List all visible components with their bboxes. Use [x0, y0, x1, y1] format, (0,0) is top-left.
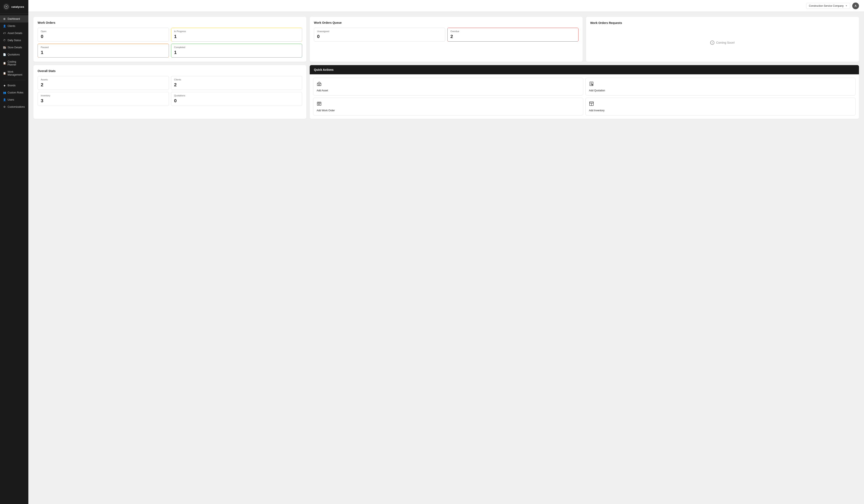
logo-icon	[3, 3, 10, 10]
logo-area[interactable]: catalyces	[0, 0, 28, 14]
wo-in-progress-value: 1	[174, 34, 299, 39]
queue-overdue-label: Overdue	[451, 30, 576, 33]
custom-roles-icon: 👥	[3, 91, 6, 94]
coming-soon: i Coming Soon!	[710, 40, 735, 45]
sidebar-item-custom-roles[interactable]: 👥 Custom Roles	[0, 89, 28, 96]
stat-inventory-value: 3	[41, 98, 166, 103]
add-quotation-label: Add Quotation	[589, 89, 605, 92]
info-icon: i	[710, 40, 715, 45]
costing-icon: 📋	[3, 62, 6, 65]
stat-clients-label: Clients	[174, 78, 299, 81]
add-work-order-button[interactable]: Add Work Order	[313, 98, 583, 115]
sidebar-item-dashboard[interactable]: ⊞ Dashboard	[0, 15, 28, 23]
queue-overdue-value: 2	[451, 34, 576, 39]
add-quotation-button[interactable]: Add Quotation	[585, 78, 855, 96]
add-work-order-icon	[317, 101, 322, 107]
sidebar-label-daily-status: Daily Status	[8, 39, 21, 42]
requests-title: Work Orders Requests	[590, 21, 855, 25]
stat-quotations-value: 0	[174, 98, 299, 103]
stat-box-assets[interactable]: Assets 2	[38, 76, 169, 90]
sidebar-label-work-mgmt: Work Management	[8, 70, 25, 76]
svg-rect-15	[590, 102, 593, 103]
sidebar-label-brands: Brands	[8, 84, 15, 87]
quick-actions-header: Quick Actions	[310, 65, 859, 74]
sidebar-label-customizations: Customizations	[8, 106, 25, 108]
sidebar-label-store: Store Details	[8, 46, 22, 49]
company-selector[interactable]: Construction Service Company ▼	[806, 3, 850, 9]
stat-box-inventory[interactable]: Inventory 3	[38, 92, 169, 106]
users-icon: 👤	[3, 98, 6, 101]
sidebar-item-customizations[interactable]: ⚙ Customizations	[0, 103, 28, 110]
daily-status-icon: ⏱	[3, 39, 6, 42]
clients-icon: 👤	[3, 25, 6, 27]
stat-clients-value: 2	[174, 82, 299, 88]
wo-box-in-progress[interactable]: In Progress 1	[171, 28, 302, 41]
add-quotation-icon	[589, 81, 594, 87]
sidebar-item-quotations[interactable]: 📄 Quotations	[0, 51, 28, 58]
sidebar-item-work-management[interactable]: 📋 Work Management	[0, 68, 28, 78]
sidebar-nav: ⊞ Dashboard 👤 Clients 🏷 Asset Details ⏱ …	[0, 14, 28, 504]
sidebar-item-asset-details[interactable]: 🏷 Asset Details	[0, 29, 28, 37]
svg-rect-7	[592, 84, 593, 85]
sidebar-item-daily-status[interactable]: ⏱ Daily Status	[0, 37, 28, 44]
stat-assets-value: 2	[41, 82, 166, 88]
stat-box-quotations[interactable]: Quotations 0	[171, 92, 302, 106]
wo-box-open[interactable]: Open 0	[38, 28, 169, 41]
logo-text: catalyces	[11, 5, 24, 9]
main-area: Construction Service Company ▼ A Work Or…	[28, 0, 864, 504]
bottom-grid: Overall Stats Assets 2 Clients 2 Invento…	[33, 65, 859, 119]
asset-icon: 🏷	[3, 32, 6, 35]
sidebar-label-asset: Asset Details	[8, 32, 22, 35]
work-orders-grid: Open 0 In Progress 1 Paused 1 Completed …	[38, 28, 302, 58]
svg-rect-1	[317, 83, 321, 86]
sidebar-label-costing: Costing Planner	[8, 60, 25, 66]
sidebar-label-users: Users	[8, 98, 14, 101]
dashboard-content: Work Orders Open 0 In Progress 1 Paused …	[28, 12, 864, 504]
stat-assets-label: Assets	[41, 78, 166, 81]
add-asset-icon	[317, 81, 322, 87]
dashboard-icon: ⊞	[3, 17, 6, 20]
wo-box-completed[interactable]: Completed 1	[171, 44, 302, 58]
svg-rect-2	[319, 84, 320, 86]
queue-unassigned-label: Unassigned	[317, 30, 442, 33]
stats-grid: Assets 2 Clients 2 Inventory 3 Quotation…	[38, 76, 302, 106]
coming-soon-text: Coming Soon!	[716, 41, 735, 44]
sidebar-item-costing-planner[interactable]: 📋 Costing Planner	[0, 58, 28, 68]
sidebar-label-clients: Clients	[8, 25, 15, 27]
sidebar-item-brands[interactable]: ◆ Brands	[0, 82, 28, 89]
queue-unassigned-value: 0	[317, 34, 442, 39]
wo-open-label: Open	[41, 30, 166, 33]
work-orders-queue-card: Work Orders Queue Unassigned 0 Overdue 2	[310, 17, 583, 62]
work-orders-requests-card: Work Orders Requests i Coming Soon!	[586, 17, 859, 62]
sidebar-item-clients[interactable]: 👤 Clients	[0, 23, 28, 29]
add-inventory-button[interactable]: Add Inventory	[585, 98, 855, 115]
top-grid: Work Orders Open 0 In Progress 1 Paused …	[33, 17, 859, 62]
work-orders-card: Work Orders Open 0 In Progress 1 Paused …	[33, 17, 307, 62]
customizations-icon: ⚙	[3, 106, 6, 108]
sidebar-label-quotations: Quotations	[8, 53, 20, 56]
work-orders-title: Work Orders	[38, 21, 302, 24]
sidebar-label-custom-roles: Custom Roles	[8, 91, 23, 94]
add-inventory-icon	[589, 101, 594, 107]
company-name: Construction Service Company	[809, 4, 844, 7]
svg-rect-8	[317, 102, 321, 106]
sidebar-item-store-details[interactable]: 🏬 Store Details	[0, 44, 28, 51]
add-inventory-label: Add Inventory	[589, 109, 604, 112]
avatar[interactable]: A	[852, 2, 859, 9]
wo-completed-value: 1	[174, 50, 299, 55]
sidebar-item-users[interactable]: 👤 Users	[0, 96, 28, 103]
sidebar-label-dashboard: Dashboard	[8, 17, 20, 20]
quick-actions-body: Add Asset	[310, 74, 859, 119]
brands-icon: ◆	[3, 84, 6, 87]
quick-actions-wrapper: Quick Actions Add Asset	[310, 65, 859, 119]
wo-box-paused[interactable]: Paused 1	[38, 44, 169, 58]
stats-title: Overall Stats	[38, 69, 302, 73]
queue-box-overdue[interactable]: Overdue 2	[447, 28, 579, 41]
queue-grid: Unassigned 0 Overdue 2	[314, 28, 578, 41]
wo-paused-value: 1	[41, 50, 166, 55]
add-asset-button[interactable]: Add Asset	[313, 78, 583, 96]
wo-in-progress-label: In Progress	[174, 30, 299, 33]
queue-box-unassigned[interactable]: Unassigned 0	[314, 28, 445, 41]
sidebar: catalyces ⊞ Dashboard 👤 Clients 🏷 Asset …	[0, 0, 28, 504]
stat-box-clients[interactable]: Clients 2	[171, 76, 302, 90]
